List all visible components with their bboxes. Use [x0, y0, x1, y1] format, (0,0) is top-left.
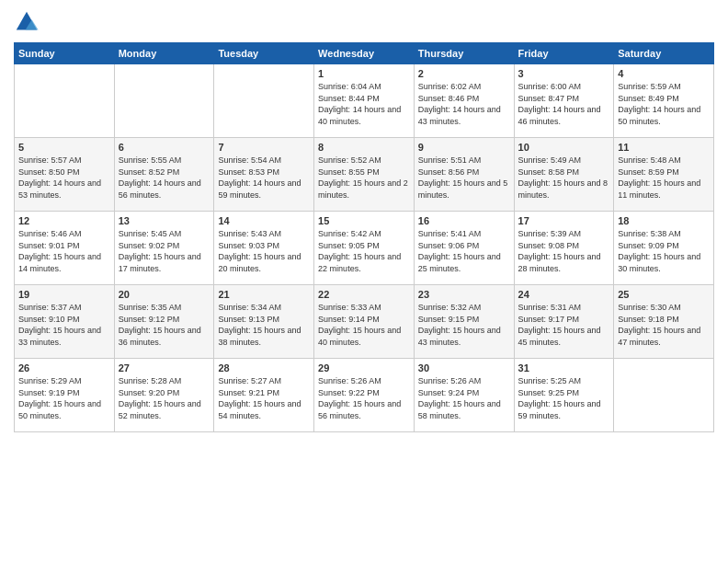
- cell-info: Sunrise: 5:38 AM Sunset: 9:09 PM Dayligh…: [618, 228, 710, 274]
- cell-info: Sunrise: 5:31 AM Sunset: 9:17 PM Dayligh…: [518, 302, 610, 348]
- calendar-cell: 25Sunrise: 5:30 AM Sunset: 9:18 PM Dayli…: [614, 285, 714, 359]
- day-number: 31: [518, 362, 610, 373]
- day-number: 8: [318, 142, 410, 153]
- calendar-cell: 20Sunrise: 5:35 AM Sunset: 9:12 PM Dayli…: [114, 285, 214, 359]
- calendar-cell: 26Sunrise: 5:29 AM Sunset: 9:19 PM Dayli…: [15, 359, 115, 432]
- day-number: 19: [18, 289, 110, 300]
- cell-info: Sunrise: 5:41 AM Sunset: 9:06 PM Dayligh…: [418, 228, 510, 274]
- cell-info: Sunrise: 5:46 AM Sunset: 9:01 PM Dayligh…: [18, 228, 110, 274]
- calendar-cell: 18Sunrise: 5:38 AM Sunset: 9:09 PM Dayli…: [614, 212, 714, 285]
- day-number: 2: [418, 68, 510, 79]
- cell-info: Sunrise: 5:27 AM Sunset: 9:21 PM Dayligh…: [218, 375, 310, 421]
- day-number: 9: [418, 142, 510, 153]
- day-number: 7: [218, 142, 310, 153]
- calendar-cell: [114, 64, 214, 138]
- calendar-cell: 17Sunrise: 5:39 AM Sunset: 9:08 PM Dayli…: [514, 212, 614, 285]
- day-number: 28: [218, 362, 310, 373]
- cell-info: Sunrise: 5:33 AM Sunset: 9:14 PM Dayligh…: [318, 302, 410, 348]
- day-number: 21: [218, 289, 310, 300]
- cell-info: Sunrise: 5:42 AM Sunset: 9:05 PM Dayligh…: [318, 228, 410, 274]
- day-number: 5: [18, 142, 110, 153]
- day-number: 1: [318, 68, 410, 79]
- week-row-5: 26Sunrise: 5:29 AM Sunset: 9:19 PM Dayli…: [15, 359, 714, 432]
- cell-info: Sunrise: 5:54 AM Sunset: 8:53 PM Dayligh…: [218, 155, 310, 201]
- cell-info: Sunrise: 5:57 AM Sunset: 8:50 PM Dayligh…: [18, 155, 110, 201]
- cell-info: Sunrise: 5:55 AM Sunset: 8:52 PM Dayligh…: [119, 155, 210, 201]
- cell-info: Sunrise: 5:29 AM Sunset: 9:19 PM Dayligh…: [18, 375, 110, 421]
- logo: [14, 9, 43, 35]
- day-number: 14: [218, 215, 310, 226]
- header: [14, 9, 714, 35]
- cell-info: Sunrise: 6:04 AM Sunset: 8:44 PM Dayligh…: [318, 81, 410, 127]
- calendar-cell: 15Sunrise: 5:42 AM Sunset: 9:05 PM Dayli…: [314, 212, 415, 285]
- cell-info: Sunrise: 5:59 AM Sunset: 8:49 PM Dayligh…: [618, 81, 710, 127]
- calendar-cell: 24Sunrise: 5:31 AM Sunset: 9:17 PM Dayli…: [514, 285, 614, 359]
- cell-info: Sunrise: 5:34 AM Sunset: 9:13 PM Dayligh…: [218, 302, 310, 348]
- week-row-1: 1Sunrise: 6:04 AM Sunset: 8:44 PM Daylig…: [15, 64, 714, 138]
- calendar-cell: 6Sunrise: 5:55 AM Sunset: 8:52 PM Daylig…: [114, 138, 214, 212]
- calendar-cell: 30Sunrise: 5:26 AM Sunset: 9:24 PM Dayli…: [414, 359, 514, 432]
- cell-info: Sunrise: 5:43 AM Sunset: 9:03 PM Dayligh…: [218, 228, 310, 274]
- cell-info: Sunrise: 5:25 AM Sunset: 9:25 PM Dayligh…: [518, 375, 610, 421]
- calendar-cell: 31Sunrise: 5:25 AM Sunset: 9:25 PM Dayli…: [514, 359, 614, 432]
- cell-info: Sunrise: 5:26 AM Sunset: 9:24 PM Dayligh…: [418, 375, 510, 421]
- cell-info: Sunrise: 5:49 AM Sunset: 8:58 PM Dayligh…: [518, 155, 610, 201]
- logo-icon: [14, 9, 40, 35]
- calendar-cell: 21Sunrise: 5:34 AM Sunset: 9:13 PM Dayli…: [214, 285, 314, 359]
- cell-info: Sunrise: 5:45 AM Sunset: 9:02 PM Dayligh…: [119, 228, 210, 274]
- day-number: 22: [318, 289, 410, 300]
- day-header-saturday: Saturday: [614, 43, 714, 64]
- calendar-cell: 2Sunrise: 6:02 AM Sunset: 8:46 PM Daylig…: [414, 64, 514, 138]
- week-row-3: 12Sunrise: 5:46 AM Sunset: 9:01 PM Dayli…: [15, 212, 714, 285]
- calendar-cell: 19Sunrise: 5:37 AM Sunset: 9:10 PM Dayli…: [15, 285, 115, 359]
- calendar-table: SundayMondayTuesdayWednesdayThursdayFrid…: [14, 42, 714, 432]
- calendar-cell: [214, 64, 314, 138]
- day-number: 23: [418, 289, 510, 300]
- calendar-cell: 23Sunrise: 5:32 AM Sunset: 9:15 PM Dayli…: [414, 285, 514, 359]
- calendar-cell: 1Sunrise: 6:04 AM Sunset: 8:44 PM Daylig…: [314, 64, 415, 138]
- week-row-4: 19Sunrise: 5:37 AM Sunset: 9:10 PM Dayli…: [15, 285, 714, 359]
- day-number: 11: [618, 142, 710, 153]
- calendar-cell: [614, 359, 714, 432]
- calendar-cell: 28Sunrise: 5:27 AM Sunset: 9:21 PM Dayli…: [214, 359, 314, 432]
- day-header-tuesday: Tuesday: [214, 43, 314, 64]
- cell-info: Sunrise: 5:51 AM Sunset: 8:56 PM Dayligh…: [418, 155, 510, 201]
- cell-info: Sunrise: 6:02 AM Sunset: 8:46 PM Dayligh…: [418, 81, 510, 127]
- day-header-wednesday: Wednesday: [314, 43, 415, 64]
- day-number: 17: [518, 215, 610, 226]
- day-number: 27: [119, 362, 210, 373]
- cell-info: Sunrise: 5:52 AM Sunset: 8:55 PM Dayligh…: [318, 155, 410, 201]
- cell-info: Sunrise: 5:26 AM Sunset: 9:22 PM Dayligh…: [318, 375, 410, 421]
- day-header-monday: Monday: [114, 43, 214, 64]
- calendar-cell: 12Sunrise: 5:46 AM Sunset: 9:01 PM Dayli…: [15, 212, 115, 285]
- calendar-cell: 5Sunrise: 5:57 AM Sunset: 8:50 PM Daylig…: [15, 138, 115, 212]
- calendar-cell: 22Sunrise: 5:33 AM Sunset: 9:14 PM Dayli…: [314, 285, 415, 359]
- day-number: 10: [518, 142, 610, 153]
- calendar-cell: 4Sunrise: 5:59 AM Sunset: 8:49 PM Daylig…: [614, 64, 714, 138]
- cell-info: Sunrise: 5:35 AM Sunset: 9:12 PM Dayligh…: [119, 302, 210, 348]
- day-number: 4: [618, 68, 710, 79]
- day-number: 18: [618, 215, 710, 226]
- day-number: 26: [18, 362, 110, 373]
- calendar-cell: 27Sunrise: 5:28 AM Sunset: 9:20 PM Dayli…: [114, 359, 214, 432]
- day-number: 16: [418, 215, 510, 226]
- day-number: 3: [518, 68, 610, 79]
- cell-info: Sunrise: 5:28 AM Sunset: 9:20 PM Dayligh…: [119, 375, 210, 421]
- calendar-cell: 13Sunrise: 5:45 AM Sunset: 9:02 PM Dayli…: [114, 212, 214, 285]
- day-header-sunday: Sunday: [15, 43, 115, 64]
- calendar-cell: 8Sunrise: 5:52 AM Sunset: 8:55 PM Daylig…: [314, 138, 415, 212]
- day-number: 24: [518, 289, 610, 300]
- day-number: 15: [318, 215, 410, 226]
- calendar-cell: 16Sunrise: 5:41 AM Sunset: 9:06 PM Dayli…: [414, 212, 514, 285]
- day-number: 13: [119, 215, 210, 226]
- calendar-cell: 3Sunrise: 6:00 AM Sunset: 8:47 PM Daylig…: [514, 64, 614, 138]
- page-container: SundayMondayTuesdayWednesdayThursdayFrid…: [0, 0, 728, 442]
- day-number: 25: [618, 289, 710, 300]
- calendar-cell: 29Sunrise: 5:26 AM Sunset: 9:22 PM Dayli…: [314, 359, 415, 432]
- calendar-cell: 11Sunrise: 5:48 AM Sunset: 8:59 PM Dayli…: [614, 138, 714, 212]
- cell-info: Sunrise: 5:48 AM Sunset: 8:59 PM Dayligh…: [618, 155, 710, 201]
- day-number: 6: [119, 142, 210, 153]
- cell-info: Sunrise: 5:39 AM Sunset: 9:08 PM Dayligh…: [518, 228, 610, 274]
- cell-info: Sunrise: 5:37 AM Sunset: 9:10 PM Dayligh…: [18, 302, 110, 348]
- calendar-cell: 7Sunrise: 5:54 AM Sunset: 8:53 PM Daylig…: [214, 138, 314, 212]
